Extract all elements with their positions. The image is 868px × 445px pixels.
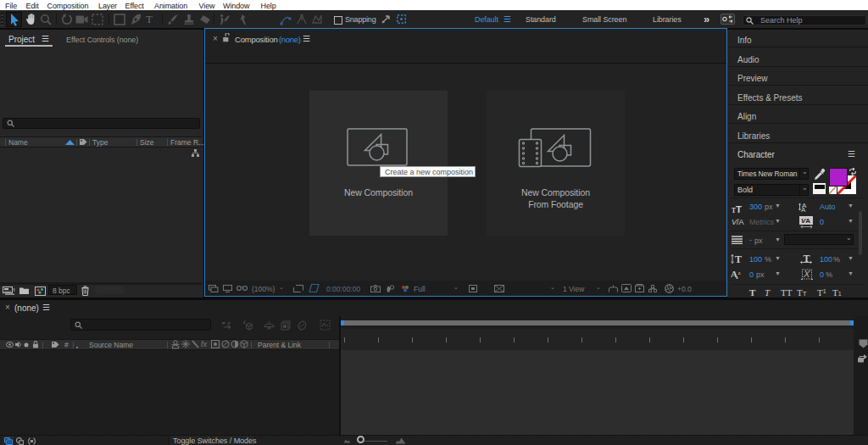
svg-text:T: T [735,253,742,264]
svg-text:A: A [801,206,806,213]
svg-text:A: A [731,269,737,279]
svg-text:𝑋: 𝑋 [804,269,811,279]
svg-text:a: a [738,270,742,276]
svg-text:T: T [804,253,810,264]
